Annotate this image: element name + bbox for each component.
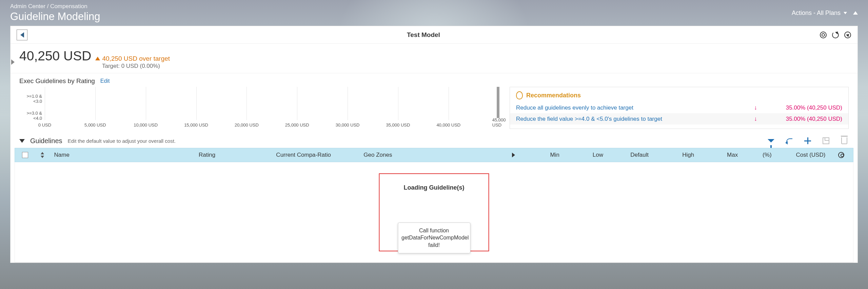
guidelines-header: Guidelines Edit the default value to adj…	[11, 134, 857, 148]
guidelines-desc: Edit the default value to adjust your ov…	[68, 138, 176, 144]
triangle-up-icon	[95, 57, 100, 60]
guidelines-title: Guidelines	[30, 137, 62, 145]
filter-button[interactable]	[767, 136, 775, 145]
chart-overflow-bar	[497, 87, 499, 118]
x-tick: 40,000 USD	[436, 122, 460, 128]
gear-icon	[820, 32, 827, 38]
sort-column[interactable]	[35, 148, 50, 162]
save-icon	[823, 137, 829, 144]
total-amount: 40,250 USD	[19, 49, 91, 63]
expand-icon	[844, 32, 851, 38]
col-cost[interactable]: Cost (USD)	[776, 148, 830, 162]
x-tick: 0 USD	[38, 122, 51, 128]
add-button[interactable]	[803, 136, 812, 145]
undo-button[interactable]	[785, 136, 794, 145]
recommendation-link[interactable]: Reduce the field value >=4.0 & <5.0's gu…	[516, 116, 754, 122]
col-pct[interactable]: (%)	[742, 148, 775, 162]
x-tick: 45,000 USD	[492, 117, 506, 128]
collapse-guidelines-icon[interactable]	[19, 139, 25, 143]
actions-all-plans-menu[interactable]: Actions - All Plans	[792, 9, 847, 17]
collapse-header-icon[interactable]	[853, 11, 858, 15]
fullscreen-button[interactable]	[844, 31, 851, 39]
chart-area: >=1.0 & <3.0 >=3.0 & <4.0 0 USD 5,000 US…	[19, 87, 499, 134]
table-header-row: Name Rating Current Compa-Ratio Geo Zone…	[15, 148, 853, 162]
col-compa[interactable]: Current Compa-Ratio	[272, 148, 359, 162]
col-low[interactable]: Low	[564, 148, 607, 162]
delta-text: 40,250 USD over target	[102, 55, 170, 62]
card-header: Test Model	[11, 26, 857, 44]
header-right: Actions - All Plans	[792, 9, 858, 17]
x-tick: 35,000 USD	[386, 122, 410, 128]
x-tick: 20,000 USD	[235, 122, 259, 128]
actions-label: Actions - All Plans	[792, 9, 841, 16]
recommendation-value: 35.00% (40,250 USD)	[768, 116, 842, 122]
recommendation-row: Reduce the field value >=4.0 & <5.0's gu…	[510, 113, 848, 124]
back-button[interactable]	[17, 30, 27, 40]
recommendations-panel: Recommendations Reduce all guidelines ev…	[510, 87, 849, 129]
x-tick: 30,000 USD	[336, 122, 360, 128]
x-tick: 25,000 USD	[285, 122, 309, 128]
recommendation-value: 35.00% (40,250 USD)	[768, 104, 842, 111]
chevron-down-icon	[844, 12, 847, 14]
arrow-down-icon: ↓	[754, 104, 768, 111]
model-card: Test Model 40,250 USD 40,250 USD over ta…	[10, 26, 858, 263]
undo-icon	[786, 138, 792, 143]
lightbulb-icon	[516, 91, 523, 99]
recommendation-row: Reduce all guidelines evenly to achieve …	[510, 102, 848, 113]
col-high[interactable]: High	[653, 148, 698, 162]
error-toast: Call function getDataForNewCompModel fai…	[398, 223, 470, 253]
plus-icon	[804, 137, 811, 144]
col-rating[interactable]: Rating	[195, 148, 272, 162]
x-tick: 10,000 USD	[134, 122, 158, 128]
page-title: Guideline Modeling	[10, 11, 100, 23]
y-tick-0: >=1.0 & <3.0	[18, 94, 42, 104]
col-geo[interactable]: Geo Zones	[359, 148, 507, 162]
model-title: Test Model	[27, 31, 820, 39]
over-target-delta: 40,250 USD over target	[95, 55, 170, 62]
chevron-right-icon	[512, 153, 515, 157]
summary-row: 40,250 USD 40,250 USD over target	[11, 44, 857, 65]
chart-body: >=1.0 & <3.0 >=3.0 & <4.0 0 USD 5,000 US…	[19, 87, 849, 134]
target-text: Target: 0 USD (0.00%)	[102, 63, 857, 73]
x-tick: 15,000 USD	[184, 122, 208, 128]
col-default[interactable]: Default	[607, 148, 653, 162]
trash-icon	[841, 137, 847, 144]
loading-overlay: Loading Guideline(s) Call function getDa…	[379, 173, 489, 251]
select-all-checkbox[interactable]	[22, 152, 28, 158]
col-min[interactable]: Min	[520, 148, 564, 162]
arrow-down-icon: ↓	[754, 115, 768, 122]
refresh-icon	[832, 32, 839, 38]
breadcrumb[interactable]: Admin Center / Compensation	[10, 3, 100, 10]
filter-icon	[768, 139, 774, 142]
refresh-button[interactable]	[832, 31, 839, 39]
recommendations-heading: Recommendations	[510, 91, 848, 102]
select-all-cell	[15, 148, 35, 162]
edit-chart-link[interactable]: Edit	[100, 78, 110, 84]
loading-title: Loading Guideline(s)	[404, 184, 465, 191]
table-body: Loading Guideline(s) Call function getDa…	[15, 162, 853, 263]
col-max[interactable]: Max	[698, 148, 742, 162]
settings-button[interactable]	[820, 31, 827, 39]
chart-plot: >=1.0 & <3.0 >=3.0 & <4.0 0 USD 5,000 US…	[45, 87, 499, 128]
x-tick: 5,000 USD	[84, 122, 106, 128]
header-left: Admin Center / Compensation Guideline Mo…	[10, 3, 100, 23]
user-icon	[838, 152, 844, 158]
chart-title: Exec Guidelines by Rating	[19, 77, 95, 85]
col-name[interactable]: Name	[50, 148, 195, 162]
sort-icon	[40, 152, 46, 158]
more-columns-button[interactable]	[508, 148, 520, 162]
recommendation-link[interactable]: Reduce all guidelines evenly to achieve …	[516, 104, 754, 111]
chart-section: Exec Guidelines by Rating Edit >=1.0 & <…	[11, 73, 857, 134]
chart-title-row: Exec Guidelines by Rating Edit	[19, 75, 849, 87]
guidelines-toolbar	[767, 136, 849, 145]
col-user[interactable]	[829, 148, 853, 162]
y-tick-1: >=3.0 & <4.0	[18, 111, 42, 121]
save-button	[822, 136, 830, 145]
page-header: Admin Center / Compensation Guideline Mo…	[0, 0, 868, 26]
delete-button	[840, 136, 849, 145]
recs-title: Recommendations	[526, 92, 581, 99]
card-toolbar	[820, 31, 851, 39]
left-panel-expand-icon[interactable]	[11, 59, 15, 65]
chevron-left-icon	[20, 32, 24, 38]
